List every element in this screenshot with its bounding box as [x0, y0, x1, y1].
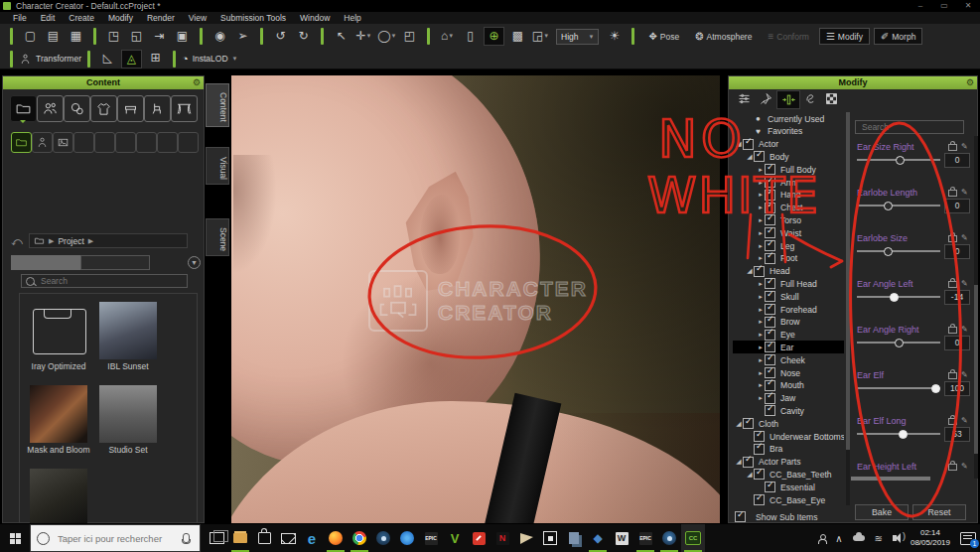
lod-wireframe-icon[interactable]: ◺ — [98, 50, 117, 67]
slider-handle-ear-angle-left[interactable] — [890, 293, 899, 302]
tree-item-forehead[interactable]: ▸Forehead — [733, 303, 844, 316]
modify-tab-uv-checker-icon[interactable] — [820, 90, 842, 107]
menu-modify[interactable]: Modify — [101, 13, 140, 23]
maximize-button[interactable]: ▭ — [936, 1, 952, 11]
category-sphere-button[interactable] — [64, 95, 90, 122]
clock[interactable]: 02:14 08/05/2019 — [910, 528, 950, 548]
collapse-icon[interactable]: ▸ — [757, 306, 765, 314]
gear-icon[interactable]: ⚙ — [193, 76, 201, 89]
tree-item-arm[interactable]: ▸Arm — [733, 176, 844, 189]
content-panel-header[interactable]: Content ⚙ — [3, 76, 204, 89]
tree-checkbox[interactable] — [765, 164, 775, 175]
slider-value-ear-angle-right[interactable]: 0 — [944, 336, 970, 350]
tree-item-nose[interactable]: ▸Nose — [733, 366, 844, 379]
focus-selected-icon[interactable]: ⊕ — [484, 27, 504, 46]
microphone-icon[interactable] — [183, 533, 190, 543]
tree-item-cc-base-eye[interactable]: CC_Base_Eye — [733, 493, 844, 505]
gear-icon[interactable]: ⚙ — [966, 76, 974, 89]
tree-checkbox[interactable] — [765, 253, 775, 264]
tree-checkbox[interactable] — [765, 405, 775, 416]
tree-item-cloth[interactable]: ◢Cloth — [733, 417, 844, 430]
collapse-icon[interactable]: ▸ — [757, 242, 765, 250]
collapse-icon[interactable]: ▸ — [757, 331, 765, 339]
expand-icon[interactable]: ◢ — [746, 471, 754, 479]
load-character-icon[interactable]: ◳ — [104, 28, 123, 45]
tree-item-head[interactable]: ◢Head — [733, 265, 844, 278]
menu-render[interactable]: Render — [140, 13, 182, 23]
tree-checkbox[interactable] — [765, 278, 775, 289]
atmosphere-button[interactable]: ❂Atmosphere — [689, 29, 758, 44]
chevron-up-icon[interactable]: ∧ — [835, 533, 842, 544]
tab-custom[interactable] — [80, 255, 150, 270]
category-folder-button[interactable] — [10, 95, 37, 122]
undo-icon[interactable]: ↺ — [271, 28, 290, 45]
transformer-button[interactable]: Transformer — [19, 53, 81, 66]
tree-checkbox[interactable] — [765, 393, 775, 404]
tree-checkbox[interactable] — [765, 291, 775, 302]
tree-item-eye[interactable]: ▸Eye — [733, 329, 844, 342]
content-search-input[interactable] — [39, 275, 183, 287]
pin-icon[interactable]: ✎ — [961, 417, 968, 425]
expand-icon[interactable]: ◢ — [746, 267, 754, 275]
start-button[interactable] — [0, 524, 30, 552]
taskbar-icon-red-app[interactable] — [467, 524, 490, 552]
tree-checkbox[interactable] — [743, 139, 754, 150]
content-search[interactable] — [21, 274, 188, 288]
open-project-icon[interactable]: ▤ — [44, 28, 63, 45]
subcategory-folder-button[interactable] — [11, 132, 32, 153]
tab-template[interactable] — [11, 255, 80, 270]
menu-submission-tools[interactable]: Submission Tools — [213, 13, 293, 23]
lock-icon[interactable] — [948, 190, 957, 197]
task-view-button[interactable] — [205, 524, 228, 552]
slider-handle-ear-elf[interactable] — [931, 384, 940, 393]
menu-edit[interactable]: Edit — [34, 13, 63, 23]
tree-item-chest[interactable]: ▸Chest — [733, 202, 844, 214]
slider-track-earlobe-size[interactable] — [857, 250, 940, 252]
content-item-ibl-sunset[interactable]: IBL Sunset — [99, 302, 157, 359]
save-project-icon[interactable]: ▦ — [67, 28, 85, 45]
subcategory-person-button[interactable] — [32, 132, 53, 153]
slider-handle-earlobe-length[interactable] — [884, 202, 893, 210]
subcategory-empty-slot[interactable] — [157, 132, 178, 153]
pin-icon[interactable]: ✎ — [961, 234, 968, 242]
category-stage-button[interactable] — [171, 95, 198, 122]
tree-checkbox[interactable] — [765, 227, 775, 238]
taskbar-icon-steam-2[interactable] — [657, 524, 681, 552]
lock-icon[interactable] — [948, 235, 957, 242]
home-camera-icon[interactable]: ⌂▼ — [438, 28, 457, 45]
tree-item-underwear-bottoms[interactable]: Underwear Bottoms — [733, 430, 844, 443]
people-icon[interactable] — [818, 534, 825, 542]
tree-checkbox[interactable] — [754, 469, 765, 480]
tree-item-mouth[interactable]: ▸Mouth — [733, 379, 844, 392]
render-image-icon[interactable]: ▣ — [173, 28, 192, 45]
taskbar-icon-blue-cube-app[interactable]: ◆ — [586, 524, 610, 552]
show-sub-items-checkbox[interactable] — [735, 511, 746, 522]
tree-item-cheek[interactable]: ▸Cheek — [733, 353, 844, 366]
tree-checkbox[interactable] — [743, 418, 754, 429]
tree-item-currently-used[interactable]: ●Currently Used — [733, 112, 844, 125]
collapse-icon[interactable]: ▸ — [757, 381, 765, 389]
rotate-tool-icon[interactable]: ◯▼ — [377, 28, 396, 45]
taskbar-icon-microsoft-store[interactable] — [252, 524, 276, 552]
tree-checkbox[interactable] — [765, 330, 775, 341]
taskbar-search[interactable] — [30, 524, 201, 552]
collapse-icon[interactable]: ▸ — [757, 356, 765, 364]
content-item-iray-optimized[interactable]: Iray Optimized — [30, 302, 87, 359]
expand-icon[interactable]: ◢ — [735, 420, 743, 428]
slider-track-ear-height-left[interactable] — [851, 477, 930, 481]
tree-item-skull[interactable]: ▸Skull — [733, 290, 844, 303]
cloud-icon[interactable] — [853, 535, 865, 541]
subcategory-image-button[interactable] — [53, 132, 73, 153]
subcategory-empty-slot[interactable] — [115, 132, 136, 153]
lock-icon[interactable] — [948, 281, 957, 288]
expand-icon[interactable]: ◢ — [735, 140, 743, 148]
lock-icon[interactable] — [948, 372, 957, 379]
modify-tab-pose-pin-icon[interactable] — [755, 90, 776, 107]
viewport-3d[interactable]: CHARACTER CREATOR — [231, 75, 720, 523]
collapse-icon[interactable]: ▸ — [757, 293, 765, 301]
collapse-icon[interactable]: ▸ — [757, 216, 765, 224]
lock-icon[interactable] — [948, 327, 957, 334]
pin-icon[interactable]: ✎ — [961, 189, 968, 197]
instalod-button[interactable]: ◔ InstaLOD ▼ — [182, 53, 238, 65]
breadcrumb[interactable]: ▶ Project ▶ — [29, 233, 188, 248]
